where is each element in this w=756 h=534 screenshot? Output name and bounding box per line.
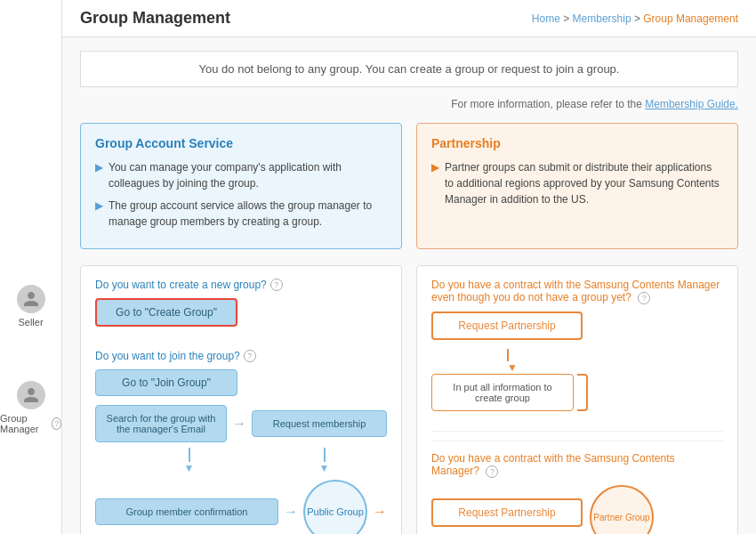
- left-vertical-arrow: ▼: [95, 448, 238, 474]
- group-account-title: Group Account Service: [95, 136, 387, 150]
- breadcrumb-membership[interactable]: Membership: [573, 12, 631, 25]
- join-question: Do you want to join the group? ?: [95, 350, 387, 362]
- right-content-wrapper: Do you have a contract with the Samsung …: [431, 279, 723, 534]
- membership-guide-text: For more information, please refer to th…: [451, 98, 642, 110]
- bottom-contract-help[interactable]: ?: [486, 465, 498, 478]
- request-partnership-top-button[interactable]: Request Partnership: [431, 312, 583, 340]
- partnership-arrow: ▶: [431, 159, 439, 207]
- join-question-help[interactable]: ?: [244, 350, 256, 362]
- top-contract-help[interactable]: ?: [638, 292, 650, 304]
- search-email-box: Search for the group with the manager's …: [95, 405, 227, 442]
- group-account-card: Group Account Service ▶ You can manage y…: [80, 123, 402, 249]
- input-info-container: In put all information to create group: [431, 374, 723, 411]
- search-request-row: Search for the group with the manager's …: [95, 405, 387, 442]
- sidebar-group-manager: Group Manager ?: [0, 381, 61, 434]
- flow-section: Do you want to create a new group? ? Go …: [80, 265, 738, 534]
- create-group-button[interactable]: Go to "Create Group": [95, 298, 237, 327]
- partnership-card: Partnership ▶ Partner groups can submit …: [416, 123, 738, 249]
- main-content: Group Management Home > Membership > Gro…: [62, 0, 756, 534]
- header: Group Management Home > Membership > Gro…: [62, 0, 756, 37]
- join-group-button[interactable]: Go to "Join Group": [95, 369, 237, 396]
- create-question: Do you want to create a new group? ?: [95, 279, 387, 291]
- public-to-right-arrow: →: [373, 504, 387, 520]
- bottom-contract-question: Do you have a contract with the Samsung …: [431, 452, 723, 478]
- bullet-arrow-2: ▶: [95, 198, 103, 230]
- search-to-request-arrow: →: [232, 416, 246, 432]
- left-flow-content: Do you want to create a new group? ? Go …: [95, 279, 387, 534]
- input-info-box: In put all information to create group: [431, 374, 574, 411]
- right-section-top: Do you have a contract with the Samsung …: [431, 279, 723, 411]
- breadcrumb-current: Group Management: [643, 12, 738, 25]
- sidebar: Seller Group Manager ?: [0, 0, 62, 534]
- request-membership-box[interactable]: Request membership: [252, 410, 387, 437]
- group-manager-label: Group Manager: [0, 413, 49, 434]
- public-group-circle: Public Group: [303, 480, 367, 534]
- flow-right: Do you have a contract with the Samsung …: [416, 265, 738, 534]
- partner-group-circle: Partner Group: [590, 485, 654, 534]
- group-manager-help-icon[interactable]: ?: [52, 417, 61, 430]
- breadcrumb: Home > Membership > Group Management: [532, 12, 738, 25]
- top-vertical-arrow: ▼: [431, 349, 723, 374]
- seller-label: Seller: [18, 317, 43, 328]
- top-contract-question: Do you have a contract with the Samsung …: [431, 279, 723, 304]
- bottom-flow-left: Group member confirmation → Public Group…: [95, 480, 387, 534]
- sidebar-seller: Seller: [17, 285, 45, 328]
- bottom-arrows-container: ▼ ▼: [95, 448, 387, 474]
- bullet-arrow-1: ▶: [95, 159, 103, 191]
- group-manager-avatar: [17, 381, 45, 409]
- group-account-bullet1: ▶ You can manage your company's applicat…: [95, 159, 387, 191]
- content-area: You do not belong to any group. You can …: [62, 37, 756, 534]
- cards-row: Group Account Service ▶ You can manage y…: [80, 123, 738, 249]
- confirmation-to-public-arrow: →: [284, 504, 298, 520]
- breadcrumb-home[interactable]: Home: [532, 12, 560, 25]
- section-divider: [431, 431, 723, 432]
- membership-guide-link[interactable]: Membership Guide.: [645, 98, 738, 110]
- info-banner: You do not belong to any group. You can …: [80, 51, 738, 87]
- right-section-bottom: Do you have a contract with the Samsung …: [431, 441, 723, 534]
- group-account-bullet2: ▶ The group account service allows the g…: [95, 198, 387, 230]
- flow-left: Do you want to create a new group? ? Go …: [80, 265, 402, 534]
- membership-guide-row: For more information, please refer to th…: [80, 98, 738, 110]
- group-member-confirmation-box: Group member confirmation: [95, 498, 278, 525]
- page-title: Group Management: [80, 9, 230, 28]
- seller-avatar: [17, 285, 45, 313]
- bottom-partnership-row: Request Partnership Partner Group: [431, 485, 723, 534]
- info-banner-text: You do not belong to any group. You can …: [199, 62, 620, 76]
- create-question-help[interactable]: ?: [270, 279, 283, 291]
- request-partnership-bottom-button[interactable]: Request Partnership: [431, 498, 583, 527]
- create-section: Do you want to create a new group? ? Go …: [95, 279, 387, 337]
- right-vertical-arrow: ▼: [244, 448, 387, 474]
- partnership-title: Partnership: [431, 136, 723, 150]
- join-section: Do you want to join the group? ? Go to "…: [95, 350, 387, 534]
- partnership-bullet1: ▶ Partner groups can submit or distribut…: [431, 159, 723, 207]
